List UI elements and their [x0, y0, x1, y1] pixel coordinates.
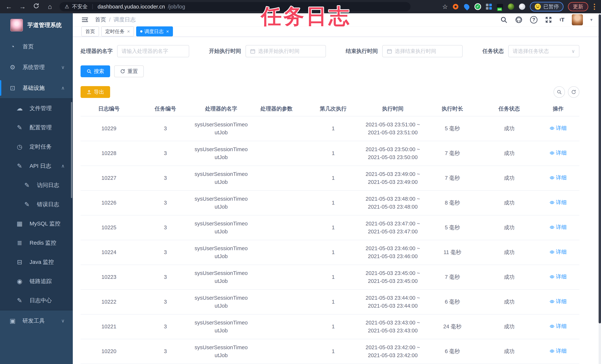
sidebar-scrollbar[interactable] — [71, 102, 72, 198]
chart-icon: ▦ — [16, 220, 23, 227]
active-tab-dot-icon — [140, 30, 142, 32]
table-body: 102293sysUserSessionTimeoutJob12021-05-0… — [80, 116, 579, 364]
status-select[interactable]: 请选择任务状态 ∨ — [508, 45, 579, 57]
table-header-row: 日志编号任务编号处理器的名字处理器的参数第几次执行执行时间执行时长任务状态操作 — [80, 102, 579, 116]
start-time-placeholder: 选择开始执行时间 — [258, 48, 300, 55]
tab-定时任务[interactable]: 定时任务× — [101, 26, 134, 36]
detail-link[interactable]: 详细 — [550, 149, 567, 157]
reset-button[interactable]: 重置 — [114, 65, 144, 77]
sidebar-item-首页[interactable]: ◔首页 — [0, 36, 73, 57]
end-time-input[interactable]: 选择结束执行时间 — [382, 45, 463, 57]
forward-icon[interactable]: → — [19, 3, 27, 10]
edit-icon: ✎ — [16, 297, 23, 304]
search-icon[interactable] — [500, 16, 508, 23]
github-icon[interactable] — [515, 16, 523, 24]
detail-link[interactable]: 详细 — [550, 248, 567, 256]
times-cell: 1 — [304, 124, 362, 133]
scrollbar-thumb[interactable] — [599, 14, 601, 323]
hamburger-icon[interactable] — [81, 16, 89, 23]
extension-paw-icon[interactable] — [519, 3, 525, 10]
sidebar-item-label: 错误日志 — [37, 201, 59, 208]
sidebar-item-研发工具[interactable]: ▣研发工具∨ — [0, 310, 73, 331]
home-icon[interactable]: ⌂ — [46, 3, 54, 10]
sidebar-header[interactable]: 芋道管理系统 — [0, 13, 73, 36]
sidebar-item-基础设施[interactable]: ⊡基础设施∧ — [0, 78, 73, 98]
sidebar-item-定时任务[interactable]: ◷定时任务 — [0, 137, 73, 156]
handler-name-input[interactable]: 请输入处理器的名字 — [117, 45, 189, 57]
eye-icon: ◉ — [16, 278, 23, 285]
eye-icon — [550, 151, 554, 155]
extension-check-icon[interactable]: ✓ — [474, 3, 481, 10]
sidebar-item-错误日志[interactable]: ✎错误日志 — [0, 195, 73, 214]
address-bar[interactable]: ⚠ 不安全 dashboard.yudao.iocoder.cn/job/log — [60, 2, 411, 11]
help-icon[interactable]: ? — [530, 16, 537, 23]
sidebar-item-MySQL 监控[interactable]: ▦MySQL 监控 — [0, 214, 73, 233]
sidebar-item-Java 监控[interactable]: ⊟Java 监控 — [0, 253, 73, 272]
toolbox-icon: ▣ — [9, 317, 16, 324]
bookmark-star-icon[interactable]: ☆ — [442, 3, 448, 10]
status-cell: 成功 — [481, 124, 537, 133]
sidebar-item-label: Java 监控 — [30, 258, 54, 266]
tab-label: 调度日志 — [144, 28, 163, 35]
export-button[interactable]: 导出 — [80, 86, 110, 98]
table-row: 102243sysUserSessionTimeoutJob12021-05-0… — [80, 240, 579, 265]
detail-link[interactable]: 详细 — [550, 223, 567, 231]
sidebar-item-日志中心[interactable]: ✎日志中心 — [0, 291, 73, 310]
extension-leaf-icon[interactable] — [508, 3, 514, 10]
browser-menu-icon[interactable] — [593, 4, 596, 10]
extension-drop-icon[interactable] — [463, 3, 470, 10]
sidebar-item-配置管理[interactable]: ✎配置管理 — [0, 118, 73, 137]
update-button[interactable]: 更新 — [568, 2, 588, 11]
extension-donut-icon[interactable] — [452, 3, 459, 10]
sidebar-item-label: 访问日志 — [37, 182, 59, 189]
sidebar-item-访问日志[interactable]: ✎访问日志 — [0, 175, 73, 195]
fullscreen-icon[interactable] — [545, 16, 552, 23]
sidebar-item-label: 文件管理 — [30, 105, 52, 112]
handler-cell: sysUserSessionTimeoutJob — [193, 220, 249, 236]
font-size-icon[interactable]: tT — [560, 17, 564, 23]
start-time-input[interactable]: 选择开始执行时间 — [246, 45, 326, 57]
paused-badge[interactable]: 已暂停 — [530, 2, 563, 11]
sidebar-item-label: 研发工具 — [22, 317, 45, 325]
handler-cell: sysUserSessionTimeoutJob — [193, 145, 249, 162]
avatar-caret-icon[interactable]: ▾ — [590, 17, 592, 22]
page-scrollbar[interactable] — [599, 13, 601, 364]
detail-link[interactable]: 详细 — [550, 124, 567, 132]
sidebar-item-系统管理[interactable]: ⚙系统管理∨ — [0, 57, 73, 78]
export-icon — [86, 90, 92, 95]
close-icon[interactable]: × — [127, 29, 130, 34]
extension-grid-icon[interactable] — [486, 3, 492, 10]
extension-on-badge-icon[interactable]: on — [497, 3, 503, 10]
eye-icon — [550, 126, 554, 131]
detail-link[interactable]: 详细 — [550, 174, 567, 182]
tab-调度日志[interactable]: 调度日志× — [136, 26, 173, 36]
security-label: 不安全 — [72, 3, 88, 10]
detail-link[interactable]: 详细 — [550, 347, 567, 355]
handler-cell: sysUserSessionTimeoutJob — [193, 195, 249, 211]
sidebar-item-文件管理[interactable]: ☁文件管理 — [0, 99, 73, 118]
eye-icon — [550, 175, 554, 180]
detail-link[interactable]: 详细 — [550, 198, 567, 207]
handler-name-label: 处理器的名字 — [80, 48, 113, 55]
detail-link[interactable]: 详细 — [550, 297, 567, 306]
reload-icon[interactable] — [32, 3, 40, 11]
status-placeholder: 请选择任务状态 — [513, 48, 549, 55]
sidebar-item-Redis 监控[interactable]: ≣Redis 监控 — [0, 233, 73, 253]
breadcrumb-home[interactable]: 首页 — [95, 16, 106, 23]
search-button[interactable]: 搜索 — [80, 65, 110, 77]
sidebar-item-链路追踪[interactable]: ◉链路追踪 — [0, 272, 73, 291]
toggle-search-button[interactable] — [553, 86, 565, 98]
log-id-cell: 10229 — [80, 124, 137, 133]
back-icon[interactable]: ← — [5, 3, 13, 10]
detail-link[interactable]: 详细 — [550, 322, 567, 330]
layers-icon: ≣ — [16, 239, 23, 246]
times-cell: 1 — [304, 347, 362, 355]
detail-link[interactable]: 详细 — [550, 273, 567, 281]
close-icon[interactable]: × — [166, 29, 169, 34]
refresh-table-button[interactable] — [568, 86, 579, 98]
duration-cell: 5 毫秒 — [423, 223, 481, 232]
sidebar-item-API 日志[interactable]: ✎API 日志∧ — [0, 156, 73, 175]
chevron-down-icon: ∨ — [61, 64, 65, 70]
user-avatar[interactable] — [572, 14, 583, 25]
tab-首页[interactable]: 首页 — [81, 26, 99, 36]
